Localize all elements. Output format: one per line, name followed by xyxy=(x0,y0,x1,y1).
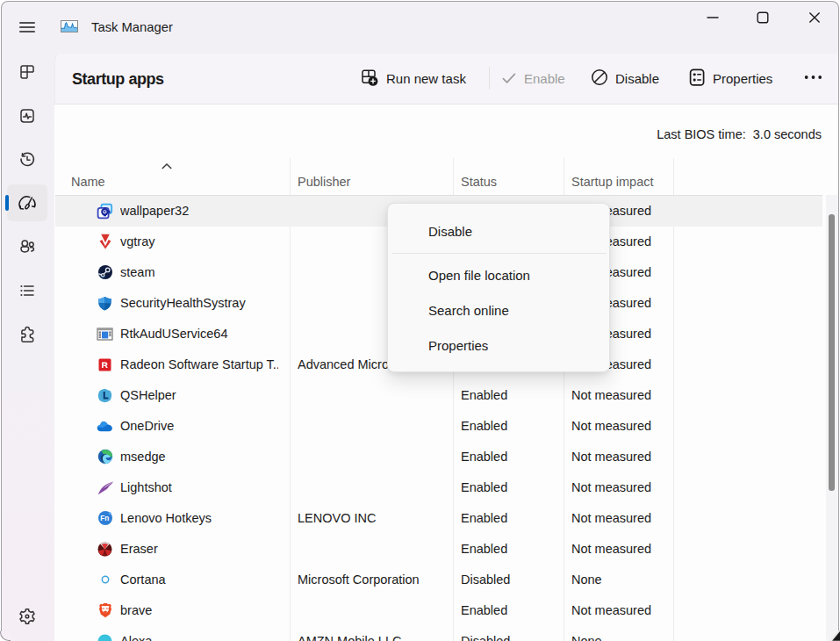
svg-text:Fn: Fn xyxy=(100,515,109,522)
